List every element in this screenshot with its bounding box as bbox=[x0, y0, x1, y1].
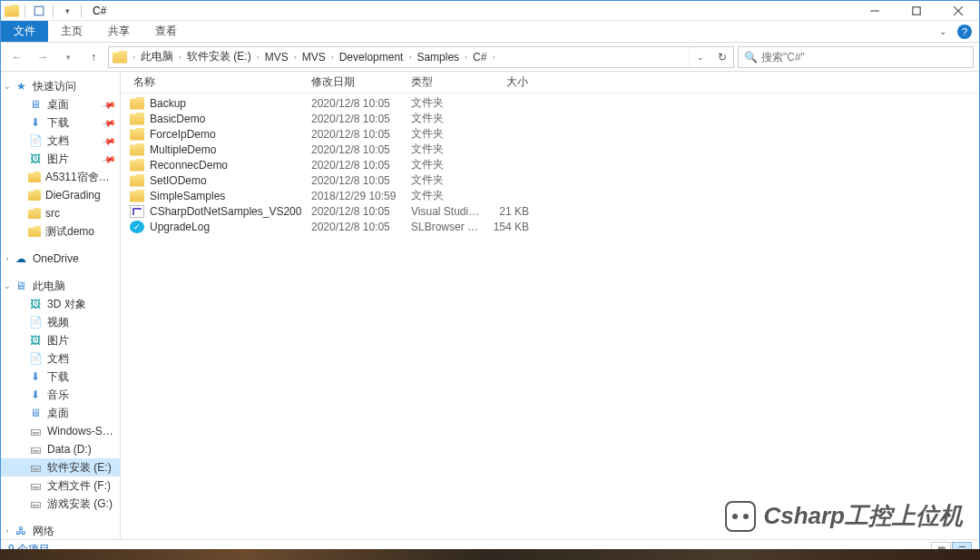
tree-item[interactable]: 📄视频 bbox=[1, 313, 120, 331]
svg-rect-2 bbox=[913, 6, 920, 14]
breadcrumb-item[interactable]: C# bbox=[469, 47, 490, 67]
tree-quick-access[interactable]: ⌄ ★ 快速访问 bbox=[1, 77, 120, 95]
tree-item[interactable]: 🖴Windows-SSD (C:) bbox=[1, 422, 120, 440]
nav-back[interactable]: ← bbox=[6, 46, 28, 68]
tree-item[interactable]: 🖴文档文件 (F:) bbox=[1, 476, 120, 495]
refresh-button[interactable]: ↻ bbox=[711, 47, 733, 67]
search-input[interactable] bbox=[761, 51, 967, 64]
breadcrumb-item[interactable]: MVS bbox=[299, 47, 329, 67]
tree-item[interactable]: ⬇下载📌 bbox=[1, 113, 120, 132]
nav-recent[interactable]: ▾ bbox=[57, 46, 79, 68]
tree-network[interactable]: › 🖧 网络 bbox=[1, 522, 120, 539]
address-bar[interactable]: › 此电脑›软件安装 (E:)›MVS›MVS›Development›Samp… bbox=[108, 46, 734, 68]
minimize-button[interactable] bbox=[854, 1, 896, 21]
chevron-icon[interactable]: › bbox=[292, 53, 299, 62]
cell-date: 2020/12/8 10:05 bbox=[302, 143, 402, 156]
tree-item[interactable]: 🖼图片📌 bbox=[1, 150, 120, 168]
tree-item[interactable]: 🖴软件安装 (E:) bbox=[1, 458, 120, 476]
tree-this-pc[interactable]: ⌄ 🖥 此电脑 bbox=[1, 277, 120, 295]
tree-item[interactable]: src bbox=[1, 204, 120, 222]
chevron-icon[interactable]: › bbox=[131, 53, 137, 62]
file-row[interactable]: ReconnecDemo2020/12/8 10:05文件夹 bbox=[121, 157, 979, 172]
file-row[interactable]: CSharpDotNetSamples_VS2008.sln2020/12/8 … bbox=[121, 203, 979, 219]
chevron-right-icon[interactable]: › bbox=[3, 522, 12, 539]
col-date[interactable]: 修改日期 bbox=[302, 72, 402, 93]
titlebar-folder-icon bbox=[5, 5, 19, 17]
tree-label: Data (D:) bbox=[47, 443, 120, 456]
qat-dropdown[interactable]: ▾ bbox=[59, 4, 75, 18]
col-name[interactable]: 名称 bbox=[121, 72, 302, 93]
tree-item[interactable]: ⬇下载 bbox=[1, 368, 120, 386]
chevron-icon[interactable]: › bbox=[407, 53, 413, 62]
tree-item[interactable]: 🖴Data (D:) bbox=[1, 440, 120, 458]
chevron-icon[interactable]: › bbox=[329, 53, 336, 62]
tree-item[interactable]: 测试demo bbox=[1, 222, 120, 241]
titlebar: ▾ C# bbox=[1, 1, 979, 21]
help-button[interactable]: ? bbox=[957, 25, 972, 39]
tree-label: src bbox=[45, 207, 120, 220]
tree-item[interactable]: 🖴游戏安装 (G:) bbox=[1, 495, 120, 513]
tree-label: 视频 bbox=[47, 315, 120, 330]
tree-item[interactable]: ⬇音乐 bbox=[1, 386, 120, 404]
nav-up[interactable]: ↑ bbox=[83, 46, 104, 68]
star-icon: ★ bbox=[14, 79, 28, 93]
file-list: 名称 修改日期 类型 大小 Backup2020/12/8 10:05文件夹Ba… bbox=[121, 72, 979, 539]
tab-share[interactable]: 共享 bbox=[95, 21, 142, 42]
cell-name: BasicDemo bbox=[121, 113, 302, 125]
breadcrumb-item[interactable]: 此电脑 bbox=[137, 47, 177, 67]
file-row[interactable]: SimpleSamples2018/12/29 10:59文件夹 bbox=[121, 188, 979, 203]
chevron-down-icon[interactable]: ⌄ bbox=[3, 77, 12, 95]
breadcrumb-item[interactable]: MVS bbox=[261, 47, 292, 67]
close-button[interactable] bbox=[937, 1, 979, 21]
search-box[interactable]: 🔍 bbox=[738, 46, 974, 68]
breadcrumb-item[interactable]: Samples bbox=[413, 47, 463, 67]
file-row[interactable]: ForceIpDemo2020/12/8 10:05文件夹 bbox=[121, 126, 979, 142]
tree-item[interactable]: 🖥桌面 bbox=[1, 404, 120, 422]
maximize-button[interactable] bbox=[896, 1, 937, 21]
chevron-icon[interactable]: › bbox=[490, 53, 496, 62]
chevron-icon[interactable]: › bbox=[255, 53, 261, 62]
ribbon-expand[interactable]: ⌄ bbox=[932, 21, 954, 42]
file-row[interactable]: BasicDemo2020/12/8 10:05文件夹 bbox=[121, 111, 979, 126]
file-icon: 📄 bbox=[28, 315, 43, 329]
file-row[interactable]: MultipleDemo2020/12/8 10:05文件夹 bbox=[121, 142, 979, 157]
address-folder-icon bbox=[113, 51, 127, 64]
cell-date: 2020/12/8 10:05 bbox=[302, 128, 402, 141]
tree-item[interactable]: 🖼3D 对象 bbox=[1, 295, 120, 313]
col-size[interactable]: 大小 bbox=[484, 72, 538, 93]
tree-item[interactable]: DieGrading bbox=[1, 186, 120, 204]
chevron-down-icon[interactable]: ⌄ bbox=[3, 277, 12, 295]
breadcrumb-item[interactable]: Development bbox=[336, 47, 407, 67]
search-icon: 🔍 bbox=[744, 51, 758, 64]
file-row[interactable]: SetIODemo2020/12/8 10:05文件夹 bbox=[121, 172, 979, 188]
tab-file[interactable]: 文件 bbox=[1, 21, 48, 42]
col-type[interactable]: 类型 bbox=[402, 72, 484, 93]
tab-view[interactable]: 查看 bbox=[142, 21, 190, 42]
tree-item[interactable]: 🖥桌面📌 bbox=[1, 95, 120, 113]
tree-label: 文档文件 (F:) bbox=[47, 478, 120, 494]
nav-tree[interactable]: ⌄ ★ 快速访问 🖥桌面📌⬇下载📌📄文档📌🖼图片📌A5311宿舍客户端DieGr… bbox=[1, 72, 121, 539]
teal-icon: 🖼 bbox=[28, 152, 43, 166]
tree-item[interactable]: 📄文档📌 bbox=[1, 132, 120, 150]
file-row[interactable]: ✓UpgradeLog2020/12/8 10:05SLBrowser HTM.… bbox=[121, 219, 979, 234]
tree-item[interactable]: 🖼图片 bbox=[1, 331, 120, 349]
chevron-icon[interactable]: › bbox=[177, 53, 183, 62]
tree-item[interactable]: 📄文档 bbox=[1, 349, 120, 368]
qat-properties[interactable] bbox=[31, 4, 47, 18]
file-row[interactable]: Backup2020/12/8 10:05文件夹 bbox=[121, 95, 979, 111]
cell-type: 文件夹 bbox=[402, 172, 484, 188]
tree-item[interactable]: A5311宿舍客户端 bbox=[1, 168, 120, 186]
chevron-icon[interactable]: › bbox=[463, 53, 469, 62]
tree-onedrive[interactable]: › ☁ OneDrive bbox=[1, 250, 120, 268]
breadcrumb-item[interactable]: 软件安装 (E:) bbox=[183, 47, 255, 67]
tab-home[interactable]: 主页 bbox=[48, 21, 95, 42]
cell-type: 文件夹 bbox=[402, 111, 484, 126]
address-dropdown[interactable]: ⌄ bbox=[690, 47, 711, 67]
tree-label: 游戏安装 (G:) bbox=[47, 496, 120, 512]
folder-icon bbox=[130, 113, 144, 125]
cell-size: 154 KB bbox=[484, 221, 538, 233]
teal-icon: 🖼 bbox=[28, 333, 43, 348]
chevron-right-icon[interactable]: › bbox=[3, 250, 12, 268]
nav-forward[interactable]: → bbox=[32, 46, 54, 68]
folder-icon bbox=[130, 174, 144, 187]
